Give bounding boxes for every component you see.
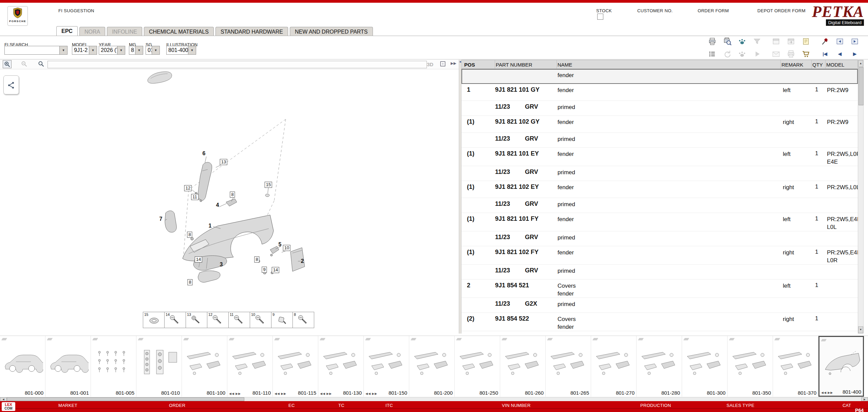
table-row[interactable]: (1) 9J1 821 102 FY fender right 1 PR:2W5… [461, 246, 858, 265]
fi-search-combo[interactable]: ▼ [4, 46, 68, 55]
refresh-button[interactable] [721, 49, 734, 59]
illustration-thumbnail[interactable]: ◀◀ ▶▶ 801-250 [455, 336, 500, 397]
part-callout[interactable]: 6 [203, 150, 206, 157]
table-row[interactable]: fender [461, 69, 858, 84]
notes-button[interactable] [799, 36, 812, 47]
thumbnail-pager[interactable]: ◀◀ ▶▶ [320, 392, 332, 395]
scroll-down-icon[interactable]: ▼ [858, 326, 863, 333]
zoom-out-button[interactable] [20, 60, 29, 68]
illustration-thumbnail[interactable]: ◀◀ ▶▶ 801-270 [591, 336, 637, 397]
part-callout[interactable]: 7 [159, 216, 163, 222]
fastener-cell[interactable]: 15 [143, 312, 165, 328]
chevron-down-icon[interactable]: ▼ [152, 46, 159, 54]
thumbnail-pager[interactable]: ◀◀ ▶▶ [821, 391, 833, 394]
part-callout[interactable]: 8 [187, 232, 192, 238]
print-preview-button[interactable] [721, 36, 734, 47]
paw-history-button[interactable] [736, 49, 749, 59]
part-callout[interactable]: 3 [220, 262, 223, 268]
illustration-thumbnail[interactable]: ◀◀ ▶▶ 801-200 [409, 336, 455, 397]
illustration-thumbnail[interactable]: ◀◀ ▶▶ 801-265 [546, 336, 591, 397]
part-callout[interactable]: 15 [265, 182, 272, 188]
illustration-thumbnail[interactable]: ◀◀ ▶▶ 801-010 [136, 336, 182, 397]
illustration-thumbnail[interactable]: ◀◀ ▶▶ 801-300 [682, 336, 728, 397]
table-row[interactable]: (1) 9J1 821 102 GY fender right 1 PR:2W9 [461, 116, 858, 133]
chevron-down-icon[interactable]: ▼ [89, 46, 97, 54]
part-callout[interactable]: 9 [262, 267, 267, 273]
stock-checkbox[interactable] [597, 14, 603, 20]
mail-button[interactable] [770, 49, 782, 59]
thumbnail-pager[interactable]: ◀◀ ▶▶ [229, 392, 241, 395]
fastener-cell[interactable]: 14 [164, 312, 186, 328]
illustration-thumbnail[interactable]: ◀◀ ▶▶ 801-280 [637, 336, 682, 397]
scroll-up-icon[interactable]: ▲ [858, 60, 863, 67]
thumbnail-pager[interactable]: ◀◀ ▶▶ [365, 392, 377, 395]
table-row[interactable]: 2 9J1 854 521 Covers fender left 1 [461, 280, 858, 298]
illustration-thumbnail[interactable]: ◀◀ ▶▶ 801-370 [773, 336, 818, 397]
thumbnail-scrollbar[interactable]: ◀ ▶ [0, 397, 868, 401]
illustration-thumbnail[interactable]: ◀◀ ▶▶ 801-100 [182, 336, 227, 397]
table-row[interactable]: (2) 9J1 854 522 Covers fender right 1 [461, 313, 858, 331]
chevron-down-icon[interactable]: ▼ [135, 46, 143, 54]
table-row[interactable]: 11/23GRV primed [461, 265, 858, 280]
table-row[interactable]: (1) 9J1 821 101 FY fender left 1 PR:2W5,… [461, 213, 858, 231]
fastener-cell[interactable]: 11 [228, 312, 250, 328]
part-callout[interactable]: 13 [220, 159, 227, 165]
parts-list-button[interactable] [706, 49, 719, 59]
part-callout[interactable]: 12 [184, 185, 192, 191]
fi-search-input[interactable] [5, 46, 59, 54]
table-scrollbar[interactable]: ▲ ▼ [858, 60, 864, 334]
zoom-full-button[interactable] [37, 60, 45, 68]
scroll-left-icon[interactable]: ◀ [0, 397, 7, 401]
part-callout[interactable]: 14 [272, 267, 279, 273]
fit-view-button[interactable] [438, 60, 447, 68]
illustration-thumbnail[interactable]: ◀◀ ▶▶ 801-400 [818, 336, 864, 397]
filter-button[interactable] [751, 36, 763, 47]
part-callout[interactable]: 4 [216, 202, 219, 208]
table-row[interactable]: 11/23GRV primed [461, 133, 858, 148]
play-button[interactable] [751, 49, 763, 59]
table-row[interactable]: 11/23GRV primed [461, 231, 858, 246]
tab-standard-hardware[interactable]: STANDARD HARDWARE [215, 27, 288, 36]
year-combo[interactable]: 2026 (T) ▼ [99, 46, 125, 55]
next-view-button[interactable] [848, 36, 861, 47]
tab-chemical-materials[interactable]: CHEMICAL MATERIALS [144, 27, 214, 36]
part-callout[interactable]: 10 [283, 245, 290, 251]
table-row[interactable]: 11/23G2X primed [461, 298, 858, 313]
tab-epc[interactable]: EPC [56, 26, 78, 36]
scrollbar-thumb[interactable] [7, 397, 244, 401]
previous-view-button[interactable] [833, 36, 846, 47]
illustration-thumbnail[interactable]: ◀◀ ▶▶ 801-110 [227, 336, 273, 397]
illustration-thumbnail[interactable]: ◀◀ ▶▶ 801-115 [273, 336, 318, 397]
part-callout[interactable]: 5 [279, 241, 282, 248]
fastener-cell[interactable]: 10 [250, 312, 271, 328]
thumbnail-pager[interactable]: ◀◀ ▶▶ [275, 392, 286, 395]
expand-view-button[interactable]: ▶▶ [451, 61, 456, 66]
first-illustration-button[interactable]: |◀ [818, 49, 831, 59]
tab-nora[interactable]: NORA [79, 27, 105, 36]
illustration-thumbnail[interactable]: ◀◀ ▶▶ 801-260 [500, 336, 546, 397]
part-callout[interactable]: 8 [254, 256, 259, 263]
illustration-thumbnail[interactable]: ◀◀ ▶▶ 801-130 [318, 336, 364, 397]
fax-print-button[interactable] [785, 49, 797, 59]
previous-illustration-button[interactable]: ◀ [833, 49, 846, 59]
tab-new-and-dropped-parts[interactable]: NEW AND DROPPED PARTS [290, 27, 373, 36]
table-row[interactable]: 11/23GRV primed [461, 166, 858, 181]
scrollbar-thumb[interactable] [858, 67, 864, 105]
part-callout[interactable]: 11 [191, 194, 199, 200]
fastener-cell[interactable]: 8 [293, 312, 314, 328]
print-button[interactable] [706, 36, 719, 47]
fastener-cell[interactable]: 12 [207, 312, 229, 328]
panel-splitter[interactable]: ◀ [459, 60, 461, 334]
sg-combo[interactable]: 01 ▼ [146, 46, 160, 55]
compare-window-button[interactable] [770, 36, 782, 47]
table-row[interactable]: 1 9J1 821 101 GY fender left 1 PR:2W9 [461, 84, 858, 101]
cart-button[interactable] [799, 49, 812, 59]
next-illustration-button[interactable]: ▶ [848, 49, 861, 59]
illustration-combo[interactable]: 801-400 ▼ [166, 46, 196, 55]
illustration-thumbnail[interactable]: ◀◀ ▶▶ 801-001 [45, 336, 91, 397]
pin-button[interactable] [818, 36, 831, 47]
part-callout[interactable]: 1 [209, 223, 212, 229]
illustration-thumbnail[interactable]: ◀◀ ▶▶ 801-350 [728, 336, 773, 397]
scroll-right-icon[interactable]: ▶ [861, 397, 868, 401]
model-combo[interactable]: 9J1-2 ▼ [72, 46, 97, 55]
